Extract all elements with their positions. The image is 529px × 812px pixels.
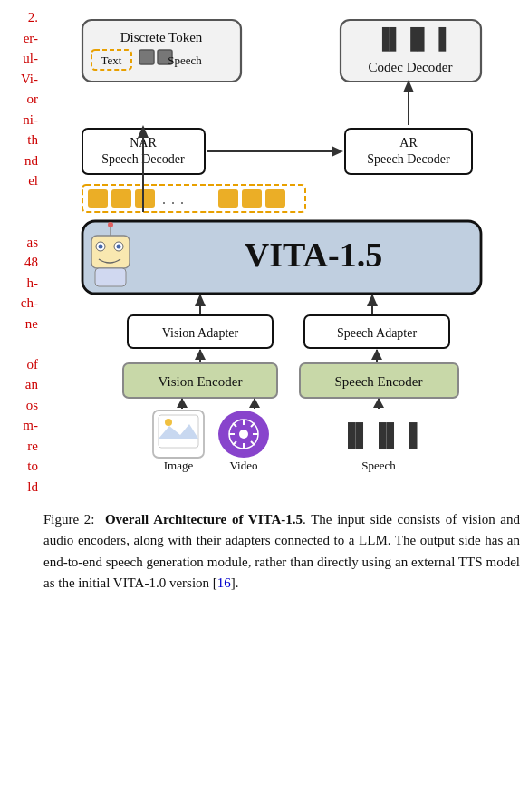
codec-decoder-label: Codec Decoder — [369, 60, 453, 74]
video-label: Video — [230, 459, 258, 472]
sidebar-text-17: of — [27, 354, 39, 375]
svg-rect-28 — [95, 268, 126, 286]
svg-point-27 — [108, 222, 113, 227]
caption-ref[interactable]: 16 — [217, 575, 231, 590]
sidebar-text-12: 48 — [24, 252, 38, 273]
sidebar-text-2: ul- — [23, 48, 38, 69]
svg-marker-42 — [177, 398, 188, 408]
discrete-token-title: Discrete Token — [120, 30, 203, 44]
image-label: Image — [164, 459, 194, 472]
figure-caption: Figure 2: Overall Architecture of VITA-1… — [43, 509, 520, 594]
speech-label: Speech — [361, 459, 396, 472]
svg-point-49 — [165, 419, 172, 426]
svg-rect-17 — [265, 189, 285, 208]
svg-rect-16 — [242, 189, 262, 208]
sidebar-number: 2. — [28, 7, 38, 28]
sidebar-text-14: ch- — [21, 293, 38, 314]
svg-rect-13 — [111, 189, 131, 208]
svg-point-53 — [239, 430, 248, 439]
svg-rect-12 — [88, 189, 108, 208]
speech-adapter-label: Speech Adapter — [337, 326, 418, 340]
sidebar-text-7: nd — [24, 150, 38, 171]
ar-decoder-line1: AR — [399, 136, 418, 150]
ar-decoder-line2: Speech Decoder — [367, 152, 450, 166]
vision-adapter-label: Vision Adapter — [162, 326, 239, 340]
sidebar-text-19: os — [26, 395, 38, 416]
sidebar-text-20: m- — [23, 415, 38, 436]
figure-bold-text: Overall Architecture of VITA-1.5 — [105, 512, 303, 527]
vision-encoder-label: Vision Encoder — [159, 374, 243, 389]
sidebar-text-15: ne — [25, 314, 38, 334]
svg-rect-15 — [218, 189, 238, 208]
svg-point-25 — [117, 245, 121, 249]
svg-rect-2 — [139, 50, 154, 64]
sidebar-text-23: ld — [27, 477, 38, 498]
svg-marker-32 — [367, 294, 378, 306]
vita-label: VITA-1.5 — [245, 236, 382, 274]
sidebar-text-5: ni- — [23, 110, 38, 130]
main-content: Discrete Token Text Speech ▐▌▐▌▐ Codec D… — [38, 0, 529, 812]
svg-marker-46 — [373, 398, 384, 408]
sidebar-text-11: as — [27, 232, 39, 253]
architecture-diagram: Discrete Token Text Speech ▐▌▐▌▐ Codec D… — [43, 7, 520, 491]
text-badge-label: Text — [101, 53, 122, 67]
svg-marker-44 — [249, 398, 260, 408]
sidebar-text-18: an — [25, 374, 38, 395]
architecture-svg: Discrete Token Text Speech ▐▌▐▌▐ Codec D… — [73, 7, 490, 488]
figure-number: Figure 2: — [43, 512, 95, 527]
sidebar-or: or — [27, 89, 39, 110]
svg-marker-9 — [332, 146, 343, 157]
svg-marker-30 — [195, 294, 206, 306]
ellipsis: . . . — [161, 189, 184, 208]
sidebar-text-13: h- — [27, 273, 39, 294]
caption-closing: ]. — [231, 575, 239, 590]
speech-waveform-icon: ▐▌▐▌▐ — [340, 422, 417, 450]
svg-point-23 — [99, 245, 103, 249]
codec-waveform-icon: ▐▌▐▌▐ — [375, 26, 446, 52]
sidebar-text-21: re — [27, 436, 38, 457]
sidebar-text-8: el — [28, 170, 38, 191]
svg-marker-38 — [371, 349, 382, 360]
left-margin: 2. er- ul- Vi- or ni- th nd el as 48 h- … — [0, 0, 38, 812]
svg-rect-14 — [135, 189, 155, 208]
speech-encoder-label: Speech Encoder — [334, 374, 422, 389]
sidebar-text-22: to — [27, 456, 38, 477]
sidebar-text-3: Vi- — [21, 69, 38, 90]
svg-marker-36 — [195, 349, 206, 360]
sidebar-text-1: er- — [24, 28, 38, 49]
sidebar-text-6: th — [27, 130, 38, 150]
speech-badge-label: Speech — [168, 53, 202, 67]
